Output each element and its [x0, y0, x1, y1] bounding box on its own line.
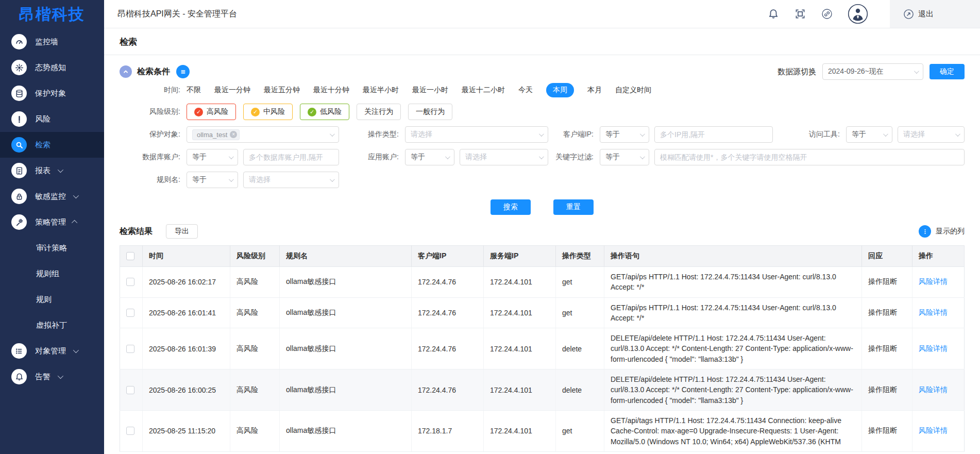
time-option[interactable]: 最近十二小时: [462, 86, 505, 95]
db-account-input[interactable]: [243, 149, 339, 165]
risk-detail-link[interactable]: 风险详情: [919, 385, 948, 394]
sidebar-item-search[interactable]: 检索: [0, 132, 104, 158]
chevron-down-icon: [640, 131, 645, 137]
risk-detail-link[interactable]: 风险详情: [919, 426, 948, 434]
app-account-select[interactable]: 请选择: [460, 149, 548, 165]
table-row: 2025-08-26 16:02:17高风险ollama敏感接口172.24.4…: [120, 267, 965, 298]
sidebar-item-label: 态势感知: [35, 63, 66, 73]
sidebar-item-reports[interactable]: 报表: [0, 158, 104, 183]
condition-menu-icon[interactable]: [176, 65, 190, 78]
risk-detail-link[interactable]: 风险详情: [919, 308, 948, 316]
risk-detail-link[interactable]: 风险详情: [919, 344, 948, 352]
link-icon[interactable]: [821, 8, 833, 20]
risk-filter-button[interactable]: 关注行为: [357, 104, 401, 120]
time-option[interactable]: 最近半小时: [363, 86, 399, 95]
sidebar-item-protected-objects[interactable]: 保护对象: [0, 80, 104, 106]
search-button[interactable]: 搜索: [491, 199, 531, 215]
column-header: 服务端IP: [484, 246, 556, 267]
access-tool-select[interactable]: 请选择: [898, 126, 965, 143]
notification-bell-icon[interactable]: [767, 8, 780, 20]
cell-statement: GET/api/tags HTTP/1.1 Host: 172.24.4.75:…: [604, 410, 862, 451]
cell-risk-level: 高风险: [230, 369, 280, 411]
time-option[interactable]: 本周: [546, 83, 574, 97]
risk-detail-link[interactable]: 风险详情: [919, 277, 948, 285]
datasource-label: 数据源切换: [778, 67, 816, 77]
sidebar-item-alert[interactable]: 告警: [0, 364, 104, 390]
keyword-filter-input[interactable]: [654, 149, 965, 165]
client-ip-input[interactable]: [654, 126, 773, 143]
chevron-down-icon: [73, 347, 79, 353]
column-header: 操作: [913, 246, 965, 267]
user-avatar[interactable]: [848, 4, 868, 24]
sidebar-item-policy-mgmt[interactable]: 策略管理: [0, 209, 104, 235]
risk-filter-label: 一般行为: [416, 107, 445, 116]
app-account-label: 应用账户:: [339, 153, 405, 162]
risk-filter-button[interactable]: ✓高风险: [187, 104, 236, 120]
reset-button[interactable]: 重置: [553, 199, 594, 215]
time-option[interactable]: 本月: [587, 86, 602, 95]
check-circle-icon: ✓: [251, 108, 260, 116]
cell-risk-level: 高风险: [230, 267, 280, 298]
rule-name-label: 规则名:: [120, 175, 187, 184]
sidebar-item-situation-awareness[interactable]: 态势感知: [0, 55, 104, 80]
sidebar-subitem-audit-policy[interactable]: 审计策略: [0, 235, 104, 261]
column-header: 回应: [862, 246, 913, 267]
db-account-operator-select[interactable]: 等于: [187, 149, 238, 165]
time-option[interactable]: 最近一分钟: [214, 86, 250, 95]
time-option[interactable]: 自定义时间: [615, 86, 651, 95]
sidebar-subitem-virtual-patch[interactable]: 虚拟补丁: [0, 312, 104, 338]
rule-name-operator-select[interactable]: 等于: [187, 172, 238, 188]
sidebar-item-risk[interactable]: 风险: [0, 106, 104, 132]
time-option[interactable]: 最近一小时: [412, 86, 448, 95]
sidebar-subitem-rule[interactable]: 规则: [0, 287, 104, 312]
app-account-operator-select[interactable]: 等于: [405, 149, 454, 165]
chevron-down-icon: [539, 131, 544, 137]
row-checkbox[interactable]: [126, 309, 134, 317]
column-header: 规则名: [280, 246, 412, 267]
logout-button[interactable]: 退出: [890, 0, 980, 28]
row-checkbox[interactable]: [126, 427, 134, 435]
select-all-checkbox[interactable]: [126, 252, 134, 260]
page-content: 检索 检索条件 数据源切换 2024-09-26~现在: [104, 28, 980, 454]
rule-name-select[interactable]: 请选择: [243, 172, 339, 188]
keyword-operator-select[interactable]: 等于: [600, 149, 649, 165]
protected-object-select[interactable]: ollma_test ×: [187, 126, 339, 143]
row-checkbox[interactable]: [126, 386, 134, 394]
risk-filter-button[interactable]: 一般行为: [408, 104, 452, 120]
report-icon: [11, 163, 27, 178]
db-account-label: 数据库账户:: [120, 153, 187, 162]
sidebar-subitem-rule-group[interactable]: 规则组: [0, 261, 104, 287]
row-checkbox[interactable]: [126, 278, 134, 286]
sidebar-menu: 监控墙态势感知保护对象风险检索报表敏感监控策略管理审计策略规则组规则虚拟补丁对象…: [0, 29, 104, 390]
fullscreen-icon[interactable]: [794, 8, 806, 20]
time-option[interactable]: 今天: [518, 86, 533, 95]
sidebar-item-monitor-wall[interactable]: 监控墙: [0, 29, 104, 55]
cell-statement: GET/api/ps HTTP/1.1 Host: 172.24.4.75:11…: [604, 297, 862, 328]
cell-risk-level: 高风险: [230, 328, 280, 369]
table-row: 2025-08-26 16:01:39高风险ollama敏感接口172.24.4…: [120, 328, 965, 369]
time-option[interactable]: 最近五分钟: [264, 86, 300, 95]
sidebar-item-object-mgmt[interactable]: 对象管理: [0, 338, 104, 364]
cell-risk-level: 高风险: [230, 410, 280, 451]
datasource-select[interactable]: 2024-09-26~现在: [822, 63, 923, 80]
row-checkbox[interactable]: [126, 345, 134, 353]
show-columns-button[interactable]: 显示的列: [919, 225, 965, 238]
sidebar-item-label: 保护对象: [35, 89, 66, 98]
cell-rule-name: ollama敏感接口: [280, 267, 412, 298]
gavel-icon: [11, 214, 27, 230]
tag-close-icon[interactable]: ×: [230, 131, 237, 138]
risk-filter-button[interactable]: ✓中风险: [243, 104, 293, 120]
access-tool-operator-select[interactable]: 等于: [846, 126, 892, 143]
page-title: 检索: [104, 28, 980, 55]
risk-filter-button[interactable]: ✓低风险: [300, 104, 349, 120]
collapse-panel-button[interactable]: [120, 65, 132, 78]
time-option[interactable]: 最近十分钟: [313, 86, 349, 95]
datasource-confirm-button[interactable]: 确定: [930, 64, 965, 79]
time-option[interactable]: 不限: [187, 86, 201, 95]
export-button[interactable]: 导出: [166, 224, 198, 239]
chevron-up-icon: [122, 68, 129, 75]
sidebar-item-sensitive-monitor[interactable]: 敏感监控: [0, 183, 104, 209]
operation-type-select[interactable]: 请选择: [405, 126, 548, 143]
client-ip-operator-select[interactable]: 等于: [600, 126, 649, 143]
chevron-down-icon: [883, 131, 888, 137]
